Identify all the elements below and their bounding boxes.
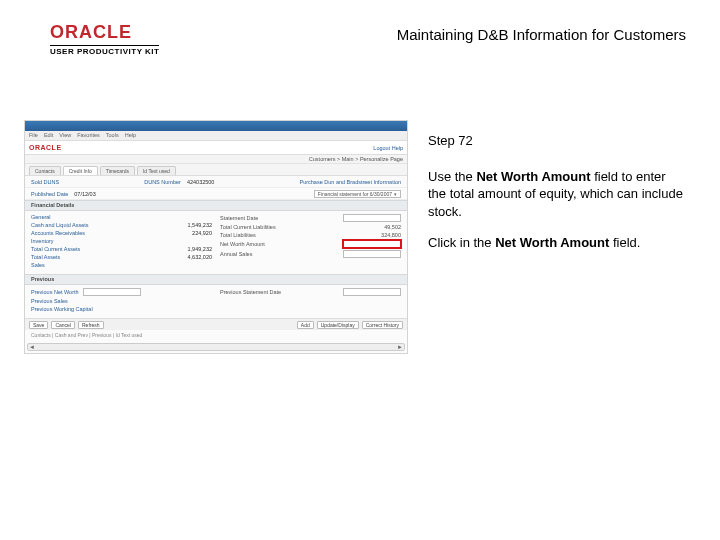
published-date-label: Published Date (31, 191, 68, 197)
published-date-value: 07/12/03 (74, 191, 95, 197)
field-name-bold: Net Worth Amount (476, 169, 590, 184)
ledger-val: 1,949,232 (160, 246, 212, 252)
instruction-paragraph-2: Click in the Net Worth Amount field. (428, 234, 686, 252)
published-row: Published Date 07/12/03 Financial statem… (25, 188, 407, 200)
field-value: 324,800 (381, 232, 401, 238)
oracle-logo: ORACLE USER PRODUCTIVITY KIT (50, 22, 159, 56)
correct-history-button[interactable]: Correct History (362, 321, 403, 329)
financial-details-section: Financial Details (25, 200, 407, 211)
prev-net-worth-field[interactable] (83, 288, 141, 296)
ledger-val: 1,549,232 (160, 222, 212, 228)
breadcrumb[interactable]: Customers > Main > Personalize Page (309, 156, 403, 162)
oracle-logo-subtitle: USER PRODUCTIVITY KIT (50, 45, 159, 56)
tab-credit-info[interactable]: Credit Info (63, 166, 98, 175)
prev-right: Previous Statement Date (220, 288, 401, 312)
net-worth-amount-label: Net Worth Amount (220, 241, 265, 247)
ledger-key: Total Current Assets (31, 246, 156, 252)
prev-net-worth-label: Previous Net Worth (31, 289, 79, 295)
field-value: 49,502 (384, 224, 401, 230)
menu-item[interactable]: Favorites (77, 132, 100, 139)
menu-item[interactable]: Help (125, 132, 136, 139)
tabstrip: Contacts Credit Info Timecards Id Text u… (25, 164, 407, 176)
duns-row: Sold DUNS DUNS Number 424032500 Purchase… (25, 176, 407, 188)
horizontal-scrollbar[interactable]: ◄ ► (27, 343, 405, 351)
ledger-key: Accounts Receivables (31, 230, 156, 236)
menu-item[interactable]: View (59, 132, 71, 139)
left-column: General Cash and Liquid Assets1,549,232 … (31, 214, 212, 268)
ledger-key: Previous Sales (31, 298, 156, 304)
scroll-right-icon[interactable]: ► (396, 344, 404, 350)
left-ledger: General Cash and Liquid Assets1,549,232 … (31, 214, 212, 268)
ledger-val (160, 262, 212, 268)
page-title: Maintaining D&B Information for Customer… (397, 26, 686, 43)
purchase-link[interactable]: Purchase Dun and Bradstreet Information (300, 179, 402, 185)
duns-number-value: 424032500 (187, 179, 215, 185)
prev-statement-date-field[interactable] (343, 288, 401, 296)
prev-left: Previous Net Worth Previous Sales Previo… (31, 288, 212, 312)
ledger-key: Inventory (31, 238, 156, 244)
ledger-key: Previous Working Capital (31, 306, 156, 312)
statement-select[interactable]: Financial statement for 6/30/2007 (314, 190, 401, 198)
brand-row: ORACLE Logout Help (25, 141, 407, 155)
net-worth-amount-field[interactable] (343, 240, 401, 248)
ledger-val (160, 214, 212, 220)
financial-body: General Cash and Liquid Assets1,549,232 … (25, 211, 407, 274)
menu-item[interactable]: File (29, 132, 38, 139)
tab-timecards[interactable]: Timecards (100, 166, 135, 175)
previous-body: Previous Net Worth Previous Sales Previo… (25, 285, 407, 318)
ledger-key: Cash and Liquid Assets (31, 222, 156, 228)
oracle-logo-text: ORACLE (50, 22, 159, 43)
tab-contacts[interactable]: Contacts (29, 166, 61, 175)
right-column: Statement Date Total Current Liabilities… (220, 214, 401, 268)
refresh-button[interactable]: Refresh (78, 321, 104, 329)
ledger-val: 4,632,020 (160, 254, 212, 260)
footer-links[interactable]: Contacts | Cash and Prev | Previous | Id… (25, 330, 407, 340)
step-label: Step 72 (428, 132, 686, 150)
annual-sales-field[interactable] (343, 250, 401, 258)
add-button[interactable]: Add (297, 321, 314, 329)
ledger-key: Sales (31, 262, 156, 268)
cancel-button[interactable]: Cancel (51, 321, 75, 329)
oracle-mini-logo: ORACLE (29, 144, 62, 151)
field-label: Total Current Liabilities (220, 224, 276, 230)
ledger-key: General (31, 214, 156, 220)
scroll-left-icon[interactable]: ◄ (28, 344, 36, 350)
menu-item[interactable]: Edit (44, 132, 53, 139)
window-titlebar (25, 121, 407, 131)
field-name-bold: Net Worth Amount (495, 235, 609, 250)
field-label: Total Liabilities (220, 232, 256, 238)
statement-date-field[interactable] (343, 214, 401, 222)
ledger-key: Total Assets (31, 254, 156, 260)
sold-duns-label: Sold DUNS (31, 179, 59, 185)
ledger-val: 224,920 (160, 230, 212, 236)
instruction-panel: Step 72 Use the Net Worth Amount field t… (428, 132, 686, 266)
bottom-toolbar: Save Cancel Refresh Add Update/Display C… (25, 318, 407, 330)
duns-number-label: DUNS Number (144, 179, 181, 185)
instruction-paragraph-1: Use the Net Worth Amount field to enter … (428, 168, 686, 221)
browser-menubar: File Edit View Favorites Tools Help (25, 131, 407, 141)
ledger-val (160, 238, 212, 244)
menu-item[interactable]: Tools (106, 132, 119, 139)
previous-section: Previous (25, 274, 407, 285)
embedded-screenshot: File Edit View Favorites Tools Help ORAC… (24, 120, 408, 354)
breadcrumb-row: Customers > Main > Personalize Page (25, 155, 407, 164)
page-header: ORACLE USER PRODUCTIVITY KIT Maintaining… (50, 22, 686, 56)
field-label: Statement Date (220, 215, 258, 221)
save-button[interactable]: Save (29, 321, 48, 329)
field-label: Annual Sales (220, 251, 252, 257)
prev-statement-date-label: Previous Statement Date (220, 289, 281, 295)
nav-right-links[interactable]: Logout Help (373, 145, 403, 151)
tab-id-text[interactable]: Id Text used (137, 166, 176, 175)
update-display-button[interactable]: Update/Display (317, 321, 359, 329)
